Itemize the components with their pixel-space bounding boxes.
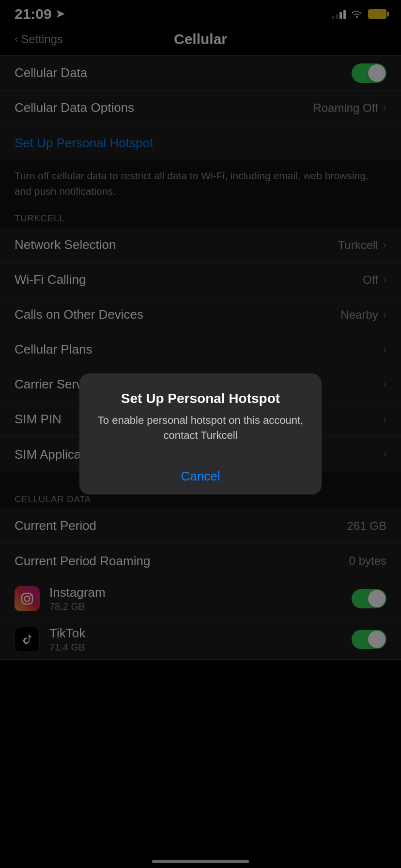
modal-body: Set Up Personal Hotspot To enable person… bbox=[79, 373, 322, 458]
modal-overlay[interactable]: Set Up Personal Hotspot To enable person… bbox=[0, 0, 401, 868]
modal-cancel-button[interactable]: Cancel bbox=[79, 458, 322, 495]
modal-message: To enable personal hotspot on this accou… bbox=[94, 413, 307, 443]
personal-hotspot-modal: Set Up Personal Hotspot To enable person… bbox=[79, 373, 322, 495]
modal-title: Set Up Personal Hotspot bbox=[94, 391, 307, 406]
